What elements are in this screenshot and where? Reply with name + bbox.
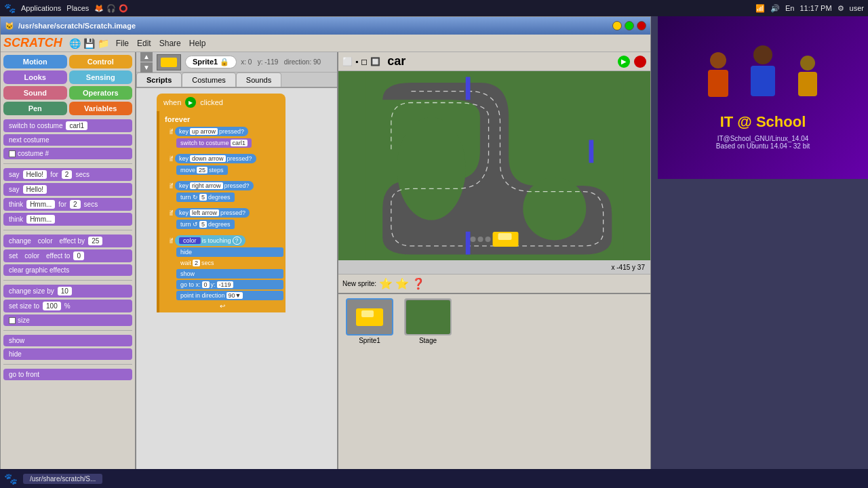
nav-arrows: ▲ ▼ <box>140 52 153 73</box>
sprite-item-stage[interactable]: Stage <box>401 298 455 479</box>
cat-motion-button[interactable]: Motion <box>3 55 67 68</box>
clock: 11:17 PM <box>800 4 832 12</box>
nav-down[interactable]: ▼ <box>140 62 153 73</box>
list-item[interactable]: think Hmm... for 2 secs <box>3 198 132 211</box>
resize-icon-4[interactable]: 🔲 <box>370 57 380 66</box>
redhat-icon: ⭕ <box>119 4 128 13</box>
tab-costumes[interactable]: Costumes <box>182 73 236 87</box>
main-content: Motion Control Looks Sensing Sound Opera… <box>1 52 650 483</box>
settings-icon[interactable]: ⚙ <box>837 4 844 13</box>
when-text: when <box>163 98 181 106</box>
divider <box>3 364 132 365</box>
window-controls <box>612 21 646 30</box>
dot1 <box>471 237 476 242</box>
forever-end: ↩ <box>159 302 285 310</box>
list-item[interactable]: set color effect to 0 <box>3 249 132 262</box>
upload-sprite-button[interactable]: ❓ <box>412 277 425 290</box>
coord-bar: x -415 y 37 <box>338 260 650 274</box>
if-block-left: if key left arrow pressed? turn ↺ 5 degr… <box>167 206 285 231</box>
svg-rect-5 <box>589 140 594 163</box>
sprite-item-1[interactable]: Sprite1 <box>342 298 397 479</box>
nav-up[interactable]: ▲ <box>140 52 153 62</box>
start-menu-icon[interactable]: 🐾 <box>4 472 18 485</box>
list-item[interactable]: switch to costume carl1 <box>3 119 132 132</box>
forever-body: if key up arrow pressed? switch to costu… <box>167 125 285 302</box>
list-item[interactable]: show <box>3 335 132 346</box>
list-item[interactable]: think Hmm... <box>3 213 132 226</box>
cat-looks-button[interactable]: Looks <box>3 70 67 84</box>
if-header-up: if key up arrow pressed? <box>170 127 283 136</box>
save-icon[interactable]: 💾 <box>83 38 95 49</box>
car-sprite <box>493 232 519 247</box>
share-menu[interactable]: Share <box>159 39 181 48</box>
tab-scripts[interactable]: Scripts <box>136 73 182 87</box>
edit-menu[interactable]: Edit <box>137 39 151 48</box>
help-menu[interactable]: Help <box>189 39 206 48</box>
point-direction-block: point in direction 90▼ <box>176 291 283 300</box>
globe-icon[interactable]: 🌐 <box>69 38 81 49</box>
resize-icon-1[interactable]: ⬜ <box>342 57 353 66</box>
cat-sensing-button[interactable]: Sensing <box>69 70 133 84</box>
list-item[interactable]: change color effect by 25 <box>3 235 132 247</box>
stage-mini <box>406 300 450 334</box>
coord-display: x -415 y 37 <box>612 264 645 271</box>
if-body-right: turn ↻ 5 degrees <box>176 192 283 202</box>
list-item[interactable]: costume # <box>3 148 132 159</box>
cat-variables-button[interactable]: Variables <box>69 102 133 115</box>
minimize-button[interactable] <box>612 21 622 30</box>
dot2 <box>478 237 484 242</box>
stage-panel: ⬜ ▪ ◻ 🔲 car ▶ <box>338 52 650 483</box>
list-item[interactable]: hide <box>3 348 132 360</box>
stop-button[interactable] <box>634 56 646 68</box>
switch-costume-block: switch to costume carl1 <box>176 138 252 148</box>
if-body-left: turn ↺ 5 degrees <box>176 219 283 229</box>
folder-icon[interactable]: 📁 <box>98 38 109 49</box>
green-flag-button[interactable]: ▶ <box>618 56 630 68</box>
hide-block: hide <box>176 247 283 257</box>
places-menu[interactable]: Places <box>66 4 89 12</box>
cat-sound-button[interactable]: Sound <box>3 86 67 100</box>
divider <box>3 330 132 331</box>
maximize-button[interactable] <box>625 21 634 30</box>
cat-control-button[interactable]: Control <box>69 55 133 68</box>
char1-head <box>710 52 726 68</box>
paint-sprite-button[interactable]: ⭐ <box>379 277 393 290</box>
blocks-panel: Motion Control Looks Sensing Sound Opera… <box>1 52 136 483</box>
file-menu[interactable]: File <box>116 39 129 48</box>
stamp-sprite-button[interactable]: ⭐ <box>395 277 409 290</box>
list-item[interactable]: change size by 10 <box>3 285 132 298</box>
car-on-track <box>471 232 519 247</box>
new-sprite-bar: New sprite: ⭐ ⭐ ❓ <box>338 274 650 293</box>
list-item[interactable]: size <box>3 314 132 326</box>
scripts-canvas[interactable]: when ▶ clicked forever if <box>136 88 337 483</box>
resize-icon-3[interactable]: ◻ <box>361 57 368 66</box>
script-area: ▲ ▼ Sprite1 🔒 x: 0 y: -119 direction: 90… <box>136 52 338 483</box>
car-mini <box>161 58 177 67</box>
applications-menu[interactable]: Applications <box>21 4 61 12</box>
list-item[interactable]: next costume <box>3 134 132 146</box>
cat-operators-button[interactable]: Operators <box>69 86 133 100</box>
sprite1-car <box>356 308 383 326</box>
if-block-color: if color is touching ? hide wait 2 secs <box>167 233 285 302</box>
menu-bar: SCRATCH 🌐 💾 📁 File Edit Share Help <box>1 35 650 52</box>
cat-pen-button[interactable]: Pen <box>3 102 67 115</box>
resize-icon-2[interactable]: ▪ <box>355 57 358 66</box>
audio-level-icon: 🔊 <box>770 4 780 13</box>
stage-canvas <box>338 71 650 260</box>
char3 <box>787 56 828 106</box>
stage-resize-icons: ⬜ ▪ ◻ 🔲 <box>342 57 380 66</box>
taskbar-scratch-item[interactable]: /usr/share/scratch/S... <box>23 474 102 484</box>
car-top <box>498 233 512 240</box>
list-item[interactable]: clear graphic effects <box>3 264 132 276</box>
list-item[interactable]: say Hello! for 2 secs <box>3 168 132 181</box>
if-block-down: if key down arrow pressed? move 25 steps <box>167 152 285 177</box>
list-item[interactable]: set size to 100 % <box>3 300 132 312</box>
firefox-icon[interactable]: 🦊 <box>94 4 104 13</box>
tab-sounds[interactable]: Sounds <box>236 73 281 87</box>
list-item[interactable]: go to front <box>3 369 132 380</box>
sprite-thumb-1 <box>346 298 393 336</box>
close-button[interactable] <box>637 21 646 30</box>
network-icon: 📶 <box>755 4 765 13</box>
app-menu[interactable]: 🐾 <box>4 3 16 14</box>
list-item[interactable]: say Hello! <box>3 183 132 196</box>
